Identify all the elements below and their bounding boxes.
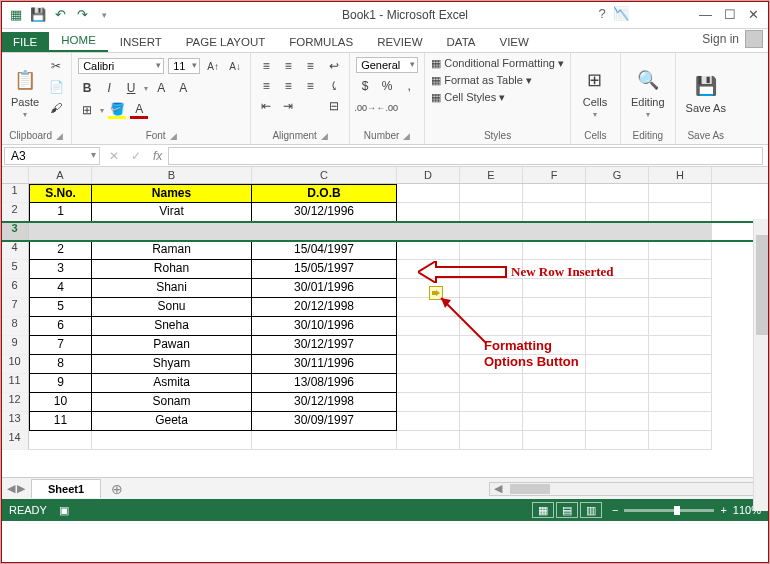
paste-button[interactable]: 📋 Paste ▾ [7,57,43,128]
underline-icon[interactable]: U [122,79,140,97]
macro-record-icon[interactable]: ▣ [59,504,69,517]
increase-font-icon[interactable]: A↑ [204,57,222,75]
align-mid-icon[interactable]: ≡ [279,57,297,75]
rowhead-10[interactable]: 10 [1,355,29,374]
clipboard-launcher-icon[interactable]: ◢ [56,131,63,141]
decrease-font-icon[interactable]: A↓ [226,57,244,75]
col-c[interactable]: C [252,167,397,183]
sign-in[interactable]: Sign in [696,26,769,52]
sheet-nav-prev-icon[interactable]: ◀ [7,482,15,495]
editing-button[interactable]: 🔍Editing▾ [627,57,669,128]
col-e[interactable]: E [460,167,523,183]
wrap-text-icon[interactable]: ↩ [325,57,343,75]
tab-review[interactable]: REVIEW [365,32,434,52]
undo-icon[interactable]: ↶ [53,8,67,22]
zoom-in-icon[interactable]: + [720,504,726,516]
horizontal-scrollbar[interactable]: ◀ [489,482,769,496]
rowhead-9[interactable]: 9 [1,336,29,355]
minimize-icon[interactable]: — [699,7,712,22]
rowhead-4[interactable]: 4 [1,241,29,260]
rowhead-8[interactable]: 8 [1,317,29,336]
align-left-icon[interactable]: ≡ [257,77,275,95]
merge-icon[interactable]: ⊟ [325,97,343,115]
zoom-slider[interactable] [624,509,714,512]
rowhead-13[interactable]: 13 [1,412,29,431]
italic-icon[interactable]: I [100,79,118,97]
col-b[interactable]: B [92,167,252,183]
rowhead-1[interactable]: 1 [1,184,29,203]
redo-icon[interactable]: ↷ [75,8,89,22]
page-break-view-icon[interactable]: ▥ [580,502,602,518]
number-launcher-icon[interactable]: ◢ [403,131,410,141]
font-launcher-icon[interactable]: ◢ [170,131,177,141]
col-a[interactable]: A [29,167,92,183]
font-a2-icon[interactable]: A [174,79,192,97]
col-f[interactable]: F [523,167,586,183]
tab-page-layout[interactable]: PAGE LAYOUT [174,32,277,52]
align-right-icon[interactable]: ≡ [301,77,319,95]
copy-icon[interactable]: 📄 [47,78,65,96]
indent-dec-icon[interactable]: ⇤ [257,97,275,115]
page-layout-view-icon[interactable]: ▤ [556,502,578,518]
close-icon[interactable]: ✕ [748,7,759,22]
orientation-icon[interactable]: ⤹ [325,77,343,95]
cell-c1[interactable]: D.O.B [252,184,397,203]
rowhead-6[interactable]: 6 [1,279,29,298]
tab-file[interactable]: FILE [1,32,49,52]
cell-a1[interactable]: S.No. [29,184,92,203]
cells-button[interactable]: ⊞Cells▾ [577,57,613,128]
alignment-launcher-icon[interactable]: ◢ [321,131,328,141]
rowhead-7[interactable]: 7 [1,298,29,317]
cell-styles-button[interactable]: ▦ Cell Styles ▾ [431,91,564,104]
formula-input[interactable] [168,147,763,165]
indent-inc-icon[interactable]: ⇥ [279,97,297,115]
comma-icon[interactable]: , [400,77,418,95]
rowhead-12[interactable]: 12 [1,393,29,412]
normal-view-icon[interactable]: ▦ [532,502,554,518]
font-name-combo[interactable]: Calibri [78,58,164,74]
save-icon[interactable]: 💾 [31,8,45,22]
format-painter-icon[interactable]: 🖌 [47,99,65,117]
borders-icon[interactable]: ⊞ [78,101,96,119]
rowhead-3[interactable]: 3 [1,222,29,241]
maximize-icon[interactable]: ☐ [724,7,736,22]
enter-fx-icon[interactable]: ✓ [125,149,147,163]
fill-color-icon[interactable]: 🪣 [108,101,126,119]
dec-decimal-icon[interactable]: ←.00 [378,99,396,117]
percent-icon[interactable]: % [378,77,396,95]
tab-data[interactable]: DATA [435,32,488,52]
align-center-icon[interactable]: ≡ [279,77,297,95]
sheet-tab-1[interactable]: Sheet1 [31,479,101,498]
zoom-out-icon[interactable]: − [612,504,618,516]
help-icon[interactable]: ? 📉 [599,6,629,21]
tab-view[interactable]: VIEW [487,32,540,52]
rowhead-5[interactable]: 5 [1,260,29,279]
tab-home[interactable]: HOME [49,30,108,52]
col-g[interactable]: G [586,167,649,183]
cut-icon[interactable]: ✂ [47,57,65,75]
currency-icon[interactable]: $ [356,77,374,95]
select-all-corner[interactable] [1,167,29,183]
col-h[interactable]: H [649,167,712,183]
save-as-button[interactable]: 💾Save As [682,57,730,128]
rowhead-2[interactable]: 2 [1,203,29,222]
font-a-icon[interactable]: A [152,79,170,97]
fx-icon[interactable]: fx [147,149,168,163]
conditional-formatting-button[interactable]: ▦ Conditional Formatting ▾ [431,57,564,70]
inc-decimal-icon[interactable]: .00→ [356,99,374,117]
tab-insert[interactable]: INSERT [108,32,174,52]
name-box[interactable]: A3 [4,147,100,165]
bold-icon[interactable]: B [78,79,96,97]
cell-b1[interactable]: Names [92,184,252,203]
sheet-nav-next-icon[interactable]: ▶ [17,482,25,495]
format-as-table-button[interactable]: ▦ Format as Table ▾ [431,74,564,87]
add-sheet-button[interactable]: ⊕ [101,481,133,497]
cancel-fx-icon[interactable]: ✕ [103,149,125,163]
tab-formulas[interactable]: FORMULAS [277,32,365,52]
font-color-icon[interactable]: A [130,101,148,119]
col-d[interactable]: D [397,167,460,183]
vertical-scrollbar[interactable] [753,219,769,511]
align-bot-icon[interactable]: ≡ [301,57,319,75]
rowhead-11[interactable]: 11 [1,374,29,393]
font-size-combo[interactable]: 11 [168,58,200,74]
